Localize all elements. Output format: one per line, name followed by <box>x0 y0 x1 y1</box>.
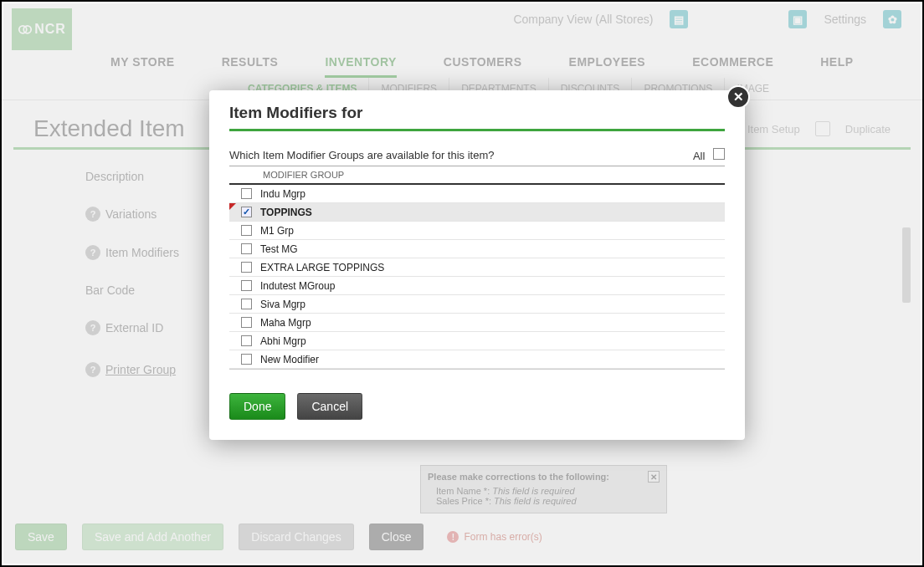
help-icon[interactable]: ? <box>85 320 100 335</box>
modifier-group-row[interactable]: M1 Grp <box>229 222 725 240</box>
form-error-banner: ! Form has error(s) <box>447 531 542 543</box>
nav-help[interactable]: HELP <box>820 49 853 78</box>
duplicate-icon <box>815 121 830 136</box>
user-icon[interactable]: ▣ <box>788 10 807 28</box>
modifier-group-name: Indu Mgrp <box>260 188 305 200</box>
error-icon: ! <box>447 531 459 543</box>
store-icon[interactable]: ▤ <box>670 10 688 28</box>
modifier-group-row[interactable]: Siva Mgrp <box>229 295 725 314</box>
modifier-group-name: New Modifier <box>260 354 319 365</box>
scrollbar[interactable] <box>901 177 911 482</box>
label-description: Description <box>85 170 211 183</box>
modifier-group-row[interactable]: Test MG <box>229 240 725 258</box>
company-view-label[interactable]: Company View (All Stores) <box>513 13 653 26</box>
label-bar-code: Bar Code <box>85 284 211 297</box>
nav-ecommerce[interactable]: ECOMMERCE <box>692 49 773 78</box>
label-variations: Variations <box>105 207 214 221</box>
duplicate-link[interactable]: Duplicate <box>845 123 891 135</box>
modifier-group-checkbox[interactable] <box>241 188 252 199</box>
save-button[interactable]: Save <box>15 524 67 550</box>
nav-results[interactable]: RESULTS <box>222 49 279 78</box>
modifier-group-checkbox[interactable] <box>241 354 252 365</box>
discard-changes-button[interactable]: Discard Changes <box>239 524 353 550</box>
close-icon[interactable]: ✕ <box>726 85 750 109</box>
modifier-group-name: Siva Mgrp <box>260 299 305 310</box>
modifier-group-checkbox[interactable] <box>241 335 252 346</box>
modifier-group-grid: Indu MgrpTOPPINGSM1 GrpTest MGEXTRA LARG… <box>229 185 725 370</box>
scroll-thumb[interactable] <box>902 227 911 303</box>
modifier-group-checkbox[interactable] <box>241 317 252 328</box>
modifier-group-row[interactable]: Maha Mgrp <box>229 314 725 332</box>
modifier-group-row[interactable]: New Modifier <box>229 350 725 369</box>
cancel-button[interactable]: Cancel <box>297 393 362 420</box>
gear-icon[interactable]: ✿ <box>883 10 901 28</box>
label-printer-group[interactable]: Printer Group <box>105 363 214 376</box>
modifier-group-row[interactable]: TOPPINGS <box>229 203 725 222</box>
all-checkbox[interactable] <box>713 148 725 160</box>
modifier-group-checkbox[interactable] <box>241 243 252 254</box>
modal-title: Item Modifiers for <box>229 104 725 131</box>
nav-inventory[interactable]: INVENTORY <box>325 49 396 78</box>
help-icon[interactable]: ? <box>85 245 100 260</box>
grid-header: MODIFIER GROUP <box>229 166 725 185</box>
modifier-group-name: Abhi Mgrp <box>260 335 306 347</box>
modifier-group-checkbox[interactable] <box>241 280 252 291</box>
modal-question: Which Item Modifier Groups are available… <box>229 149 494 161</box>
done-button[interactable]: Done <box>229 393 285 420</box>
modifier-group-row[interactable]: Indutest MGroup <box>229 277 725 295</box>
all-label: All <box>693 150 705 162</box>
label-external-id: External ID <box>105 321 214 335</box>
modifier-group-checkbox[interactable] <box>241 262 252 273</box>
close-button[interactable]: Close <box>369 524 424 550</box>
modifier-group-name: EXTRA LARGE TOPPINGS <box>260 262 384 273</box>
modifier-group-checkbox[interactable] <box>241 207 252 217</box>
modifier-group-name: TOPPINGS <box>260 207 312 218</box>
modifier-group-name: M1 Grp <box>260 225 294 237</box>
save-add-another-button[interactable]: Save and Add Another <box>82 524 223 550</box>
logo-ring-icon <box>18 23 33 35</box>
help-icon[interactable]: ? <box>85 207 100 222</box>
corrections-title: Please make corrections to the following… <box>428 472 609 482</box>
modifier-group-row[interactable]: Abhi Mgrp <box>229 332 725 350</box>
modifier-group-row[interactable]: EXTRA LARGE TOPPINGS <box>229 258 725 277</box>
modifier-group-checkbox[interactable] <box>241 299 252 309</box>
modifier-group-row[interactable]: Indu Mgrp <box>229 185 725 203</box>
modifier-group-name: Maha Mgrp <box>260 317 311 329</box>
item-modifiers-modal: ✕ Item Modifiers for Which Item Modifier… <box>209 90 745 440</box>
modifier-group-name: Indutest MGroup <box>260 280 335 292</box>
label-item-modifiers: Item Modifiers <box>105 246 214 259</box>
help-icon[interactable]: ? <box>85 362 100 377</box>
primary-nav: MY STORE RESULTS INVENTORY CUSTOMERS EMP… <box>2 49 922 78</box>
nav-employees[interactable]: EMPLOYEES <box>569 49 646 78</box>
corrections-panel: Please make corrections to the following… <box>420 465 667 513</box>
brand-logo: NCR <box>12 8 72 50</box>
modifier-group-name: Test MG <box>260 243 298 255</box>
nav-customers[interactable]: CUSTOMERS <box>444 49 522 78</box>
modifier-group-checkbox[interactable] <box>241 225 252 236</box>
settings-link[interactable]: Settings <box>824 13 866 26</box>
nav-my-store[interactable]: MY STORE <box>110 49 175 78</box>
logo-text: NCR <box>34 22 66 37</box>
close-icon[interactable]: ✕ <box>648 471 660 483</box>
